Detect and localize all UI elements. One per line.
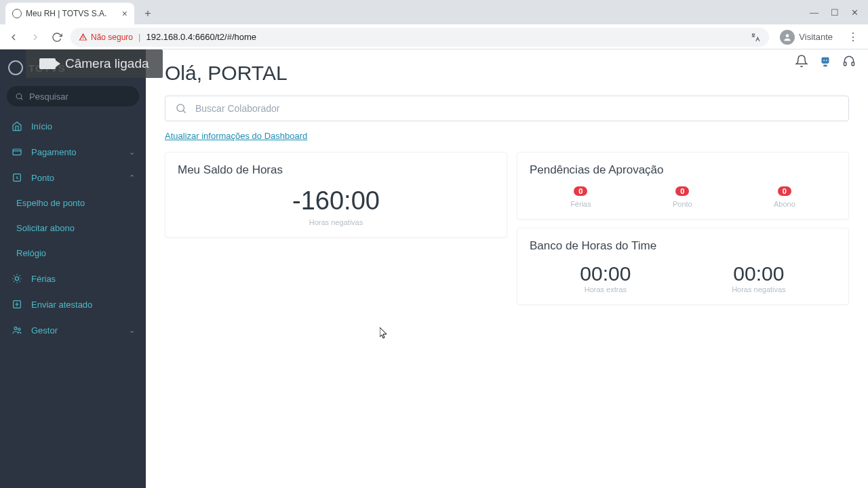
plus-box-icon <box>11 299 23 310</box>
card-saldo-horas: Meu Saldo de Horas -160:00 Horas negativ… <box>165 152 507 238</box>
nav-ponto[interactable]: Ponto ⌃ <box>0 165 146 190</box>
nav-label: Enviar atestado <box>31 300 92 310</box>
dashboard-right: Pendências de Aprovação 0 Férias 0 Ponto… <box>517 152 849 305</box>
url-divider: | <box>138 32 140 42</box>
pend-item-ferias[interactable]: 0 Férias <box>570 186 591 208</box>
headset-icon[interactable] <box>842 54 856 68</box>
person-icon <box>780 30 795 45</box>
logo-icon <box>8 60 23 75</box>
new-tab-button[interactable]: + <box>138 4 157 23</box>
card-title: Meu Saldo de Horas <box>178 163 494 177</box>
svg-point-14 <box>177 104 184 112</box>
nav-label: Pagamento <box>31 147 77 157</box>
minimize-icon[interactable]: — <box>810 7 818 18</box>
tab-close-icon[interactable]: × <box>122 8 127 19</box>
svg-rect-13 <box>852 62 854 66</box>
svg-point-6 <box>14 327 17 329</box>
card-banco-horas: Banco de Horas do Time 00:00 Horas extra… <box>517 228 849 305</box>
window-controls: — ☐ ✕ <box>810 0 868 24</box>
pend-item-abono[interactable]: 0 Abono <box>774 186 795 208</box>
collaborator-search[interactable]: Buscar Colaborador <box>165 96 849 121</box>
nav-sub-label: Relógio <box>16 248 46 258</box>
sun-icon <box>11 273 23 284</box>
nav-label: Gestor <box>31 325 58 336</box>
profile-chip[interactable]: Visitante <box>774 30 838 45</box>
bank-label: Horas extras <box>585 285 627 293</box>
address-bar: Não seguro | 192.168.0.4:6660/t2/#/home … <box>0 24 868 49</box>
pend-label: Abono <box>774 200 795 208</box>
app-root: TOTVS Pesquisar Início Pagamento ⌄ Ponto… <box>0 49 868 488</box>
pend-label: Férias <box>570 200 591 208</box>
warning-icon <box>79 33 87 41</box>
translate-icon[interactable] <box>750 32 761 43</box>
bank-item-negativas: 00:00 Horas negativas <box>732 262 786 293</box>
card-title: Banco de Horas do Time <box>530 239 836 253</box>
svg-point-1 <box>16 94 22 99</box>
mouse-cursor-icon <box>380 327 388 340</box>
card-pendencias: Pendências de Aprovação 0 Férias 0 Ponto… <box>517 152 849 220</box>
search-icon <box>15 92 24 101</box>
browser-tab[interactable]: Meu RH | TOTVS S.A. × <box>5 3 134 24</box>
reload-button[interactable] <box>49 29 65 45</box>
bank-value: 00:00 <box>733 262 784 285</box>
clock-icon <box>11 172 23 183</box>
update-dashboard-link[interactable]: Atualizar informações do Dashboard <box>165 131 307 141</box>
sidebar-nav: Início Pagamento ⌄ Ponto ⌃ Espelho de po… <box>0 113 146 343</box>
bell-icon[interactable] <box>795 54 808 68</box>
tab-title: Meu RH | TOTVS S.A. <box>26 9 106 18</box>
greeting: Olá, PORTAL <box>165 62 849 85</box>
svg-rect-2 <box>13 149 21 155</box>
dashboard: Meu Saldo de Horas -160:00 Horas negativ… <box>165 152 849 305</box>
card-title: Pendências de Aprovação <box>530 163 836 177</box>
pend-item-ponto[interactable]: 0 Ponto <box>673 186 692 208</box>
nav-sub-label: Solicitar abono <box>16 223 75 233</box>
forward-button[interactable] <box>27 29 43 45</box>
bank-item-extras: 00:00 Horas extras <box>580 262 631 293</box>
dashboard-left: Meu Saldo de Horas -160:00 Horas negativ… <box>165 152 507 305</box>
insecure-label: Não seguro <box>91 33 133 42</box>
nav-relogio[interactable]: Relógio <box>0 241 146 266</box>
url-field[interactable]: Não seguro | 192.168.0.4:6660/t2/#/home <box>71 28 769 47</box>
svg-point-9 <box>823 60 825 61</box>
camera-icon <box>39 58 56 69</box>
nav-solicitar-abono[interactable]: Solicitar abono <box>0 216 146 241</box>
main-content: Olá, PORTAL Buscar Colaborador Atualizar… <box>146 49 868 488</box>
visitor-label: Visitante <box>799 32 833 42</box>
search-icon <box>175 102 187 115</box>
url-text: 192.168.0.4:6660/t2/#/home <box>146 32 256 42</box>
nav-label: Férias <box>31 274 56 284</box>
close-window-icon[interactable]: ✕ <box>851 7 859 18</box>
maximize-icon[interactable]: ☐ <box>831 7 839 18</box>
sidebar-search[interactable]: Pesquisar <box>7 86 139 106</box>
tab-favicon-icon <box>12 9 22 18</box>
svg-rect-8 <box>822 58 829 64</box>
nav-espelho-ponto[interactable]: Espelho de ponto <box>0 190 146 216</box>
camera-overlay-text: Câmera ligada <box>65 56 149 71</box>
nav-label: Início <box>31 121 52 131</box>
home-icon <box>11 121 23 131</box>
back-button[interactable] <box>5 29 22 45</box>
svg-point-4 <box>15 277 18 280</box>
nav-pagamento[interactable]: Pagamento ⌄ <box>0 139 146 165</box>
wallet-icon <box>11 146 23 157</box>
svg-rect-12 <box>844 62 846 66</box>
browser-chrome: Meu RH | TOTVS S.A. × + — ☐ ✕ Não seguro… <box>0 0 868 49</box>
chevron-down-icon: ⌄ <box>129 326 135 335</box>
sidebar: TOTVS Pesquisar Início Pagamento ⌄ Ponto… <box>0 49 146 488</box>
nav-inicio[interactable]: Início <box>0 113 146 139</box>
nav-ferias[interactable]: Férias <box>0 266 146 291</box>
saldo-label: Horas negativas <box>178 218 494 226</box>
pend-badge: 0 <box>778 186 791 196</box>
svg-point-0 <box>786 34 789 37</box>
tab-bar: Meu RH | TOTVS S.A. × + — ☐ ✕ <box>0 0 868 24</box>
pend-label: Ponto <box>673 200 692 208</box>
chevron-down-icon: ⌄ <box>129 148 135 157</box>
nav-gestor[interactable]: Gestor ⌄ <box>0 317 146 343</box>
insecure-badge: Não seguro <box>79 33 133 42</box>
nav-label: Ponto <box>31 173 54 183</box>
pend-badge: 0 <box>675 186 689 196</box>
nav-enviar-atestado[interactable]: Enviar atestado <box>0 291 146 317</box>
sidebar-search-placeholder: Pesquisar <box>29 92 68 102</box>
browser-menu-icon[interactable]: ⋮ <box>844 30 863 43</box>
assistant-icon[interactable] <box>818 54 833 68</box>
